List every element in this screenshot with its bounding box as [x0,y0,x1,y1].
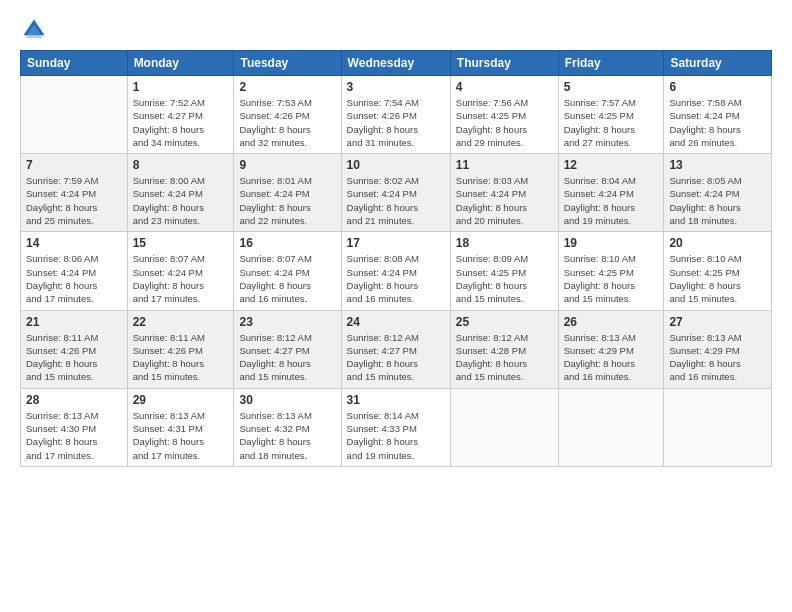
calendar-header-row: SundayMondayTuesdayWednesdayThursdayFrid… [21,51,772,76]
calendar-week-row: 28Sunrise: 8:13 AMSunset: 4:30 PMDayligh… [21,388,772,466]
calendar-week-row: 7Sunrise: 7:59 AMSunset: 4:24 PMDaylight… [21,154,772,232]
day-info: Sunrise: 8:11 AMSunset: 4:26 PMDaylight:… [133,331,229,384]
day-number: 6 [669,80,766,94]
day-number: 18 [456,236,553,250]
day-info: Sunrise: 7:52 AMSunset: 4:27 PMDaylight:… [133,96,229,149]
calendar-cell: 31Sunrise: 8:14 AMSunset: 4:33 PMDayligh… [341,388,450,466]
day-info: Sunrise: 8:12 AMSunset: 4:28 PMDaylight:… [456,331,553,384]
day-number: 8 [133,158,229,172]
day-number: 28 [26,393,122,407]
calendar-cell: 6Sunrise: 7:58 AMSunset: 4:24 PMDaylight… [664,76,772,154]
day-number: 29 [133,393,229,407]
day-number: 15 [133,236,229,250]
calendar-cell: 3Sunrise: 7:54 AMSunset: 4:26 PMDaylight… [341,76,450,154]
column-header-thursday: Thursday [450,51,558,76]
calendar-week-row: 21Sunrise: 8:11 AMSunset: 4:26 PMDayligh… [21,310,772,388]
calendar-cell: 28Sunrise: 8:13 AMSunset: 4:30 PMDayligh… [21,388,128,466]
calendar-cell: 8Sunrise: 8:00 AMSunset: 4:24 PMDaylight… [127,154,234,232]
calendar-cell: 26Sunrise: 8:13 AMSunset: 4:29 PMDayligh… [558,310,664,388]
calendar-week-row: 1Sunrise: 7:52 AMSunset: 4:27 PMDaylight… [21,76,772,154]
day-info: Sunrise: 8:13 AMSunset: 4:30 PMDaylight:… [26,409,122,462]
day-info: Sunrise: 8:09 AMSunset: 4:25 PMDaylight:… [456,252,553,305]
day-number: 11 [456,158,553,172]
calendar-cell: 14Sunrise: 8:06 AMSunset: 4:24 PMDayligh… [21,232,128,310]
calendar-cell: 20Sunrise: 8:10 AMSunset: 4:25 PMDayligh… [664,232,772,310]
day-number: 3 [347,80,445,94]
day-info: Sunrise: 8:03 AMSunset: 4:24 PMDaylight:… [456,174,553,227]
column-header-friday: Friday [558,51,664,76]
calendar-cell: 25Sunrise: 8:12 AMSunset: 4:28 PMDayligh… [450,310,558,388]
calendar-cell [664,388,772,466]
day-number: 20 [669,236,766,250]
calendar-cell: 11Sunrise: 8:03 AMSunset: 4:24 PMDayligh… [450,154,558,232]
header [20,16,772,44]
day-info: Sunrise: 8:11 AMSunset: 4:26 PMDaylight:… [26,331,122,384]
day-info: Sunrise: 8:13 AMSunset: 4:29 PMDaylight:… [669,331,766,384]
day-number: 30 [239,393,335,407]
day-info: Sunrise: 8:05 AMSunset: 4:24 PMDaylight:… [669,174,766,227]
day-number: 16 [239,236,335,250]
day-number: 24 [347,315,445,329]
calendar-cell [21,76,128,154]
calendar-cell: 21Sunrise: 8:11 AMSunset: 4:26 PMDayligh… [21,310,128,388]
day-info: Sunrise: 8:02 AMSunset: 4:24 PMDaylight:… [347,174,445,227]
calendar-cell: 30Sunrise: 8:13 AMSunset: 4:32 PMDayligh… [234,388,341,466]
day-number: 7 [26,158,122,172]
day-number: 12 [564,158,659,172]
calendar-cell: 17Sunrise: 8:08 AMSunset: 4:24 PMDayligh… [341,232,450,310]
day-info: Sunrise: 8:07 AMSunset: 4:24 PMDaylight:… [239,252,335,305]
calendar-cell: 29Sunrise: 8:13 AMSunset: 4:31 PMDayligh… [127,388,234,466]
calendar-cell: 23Sunrise: 8:12 AMSunset: 4:27 PMDayligh… [234,310,341,388]
day-number: 31 [347,393,445,407]
calendar-cell [558,388,664,466]
day-info: Sunrise: 7:54 AMSunset: 4:26 PMDaylight:… [347,96,445,149]
column-header-monday: Monday [127,51,234,76]
day-number: 4 [456,80,553,94]
calendar-cell: 27Sunrise: 8:13 AMSunset: 4:29 PMDayligh… [664,310,772,388]
column-header-saturday: Saturday [664,51,772,76]
day-number: 13 [669,158,766,172]
calendar-cell: 9Sunrise: 8:01 AMSunset: 4:24 PMDaylight… [234,154,341,232]
calendar-table: SundayMondayTuesdayWednesdayThursdayFrid… [20,50,772,467]
day-number: 1 [133,80,229,94]
day-info: Sunrise: 8:13 AMSunset: 4:31 PMDaylight:… [133,409,229,462]
calendar-cell: 1Sunrise: 7:52 AMSunset: 4:27 PMDaylight… [127,76,234,154]
day-info: Sunrise: 8:04 AMSunset: 4:24 PMDaylight:… [564,174,659,227]
calendar-cell: 7Sunrise: 7:59 AMSunset: 4:24 PMDaylight… [21,154,128,232]
calendar-cell: 24Sunrise: 8:12 AMSunset: 4:27 PMDayligh… [341,310,450,388]
day-info: Sunrise: 7:58 AMSunset: 4:24 PMDaylight:… [669,96,766,149]
calendar-cell: 10Sunrise: 8:02 AMSunset: 4:24 PMDayligh… [341,154,450,232]
calendar-cell: 2Sunrise: 7:53 AMSunset: 4:26 PMDaylight… [234,76,341,154]
day-info: Sunrise: 8:12 AMSunset: 4:27 PMDaylight:… [347,331,445,384]
day-info: Sunrise: 7:53 AMSunset: 4:26 PMDaylight:… [239,96,335,149]
day-info: Sunrise: 8:10 AMSunset: 4:25 PMDaylight:… [669,252,766,305]
day-number: 26 [564,315,659,329]
page: SundayMondayTuesdayWednesdayThursdayFrid… [0,0,792,612]
calendar-cell: 15Sunrise: 8:07 AMSunset: 4:24 PMDayligh… [127,232,234,310]
day-info: Sunrise: 8:01 AMSunset: 4:24 PMDaylight:… [239,174,335,227]
day-info: Sunrise: 7:56 AMSunset: 4:25 PMDaylight:… [456,96,553,149]
day-info: Sunrise: 8:08 AMSunset: 4:24 PMDaylight:… [347,252,445,305]
day-number: 5 [564,80,659,94]
day-info: Sunrise: 8:12 AMSunset: 4:27 PMDaylight:… [239,331,335,384]
day-number: 14 [26,236,122,250]
calendar-cell: 5Sunrise: 7:57 AMSunset: 4:25 PMDaylight… [558,76,664,154]
day-info: Sunrise: 7:57 AMSunset: 4:25 PMDaylight:… [564,96,659,149]
column-header-tuesday: Tuesday [234,51,341,76]
logo [20,16,52,44]
day-info: Sunrise: 8:07 AMSunset: 4:24 PMDaylight:… [133,252,229,305]
day-number: 2 [239,80,335,94]
day-number: 22 [133,315,229,329]
calendar-cell: 13Sunrise: 8:05 AMSunset: 4:24 PMDayligh… [664,154,772,232]
calendar-cell: 19Sunrise: 8:10 AMSunset: 4:25 PMDayligh… [558,232,664,310]
calendar-cell [450,388,558,466]
calendar-cell: 12Sunrise: 8:04 AMSunset: 4:24 PMDayligh… [558,154,664,232]
calendar-cell: 4Sunrise: 7:56 AMSunset: 4:25 PMDaylight… [450,76,558,154]
day-info: Sunrise: 8:10 AMSunset: 4:25 PMDaylight:… [564,252,659,305]
day-number: 17 [347,236,445,250]
column-header-wednesday: Wednesday [341,51,450,76]
day-number: 9 [239,158,335,172]
day-number: 21 [26,315,122,329]
calendar-cell: 18Sunrise: 8:09 AMSunset: 4:25 PMDayligh… [450,232,558,310]
day-info: Sunrise: 8:06 AMSunset: 4:24 PMDaylight:… [26,252,122,305]
